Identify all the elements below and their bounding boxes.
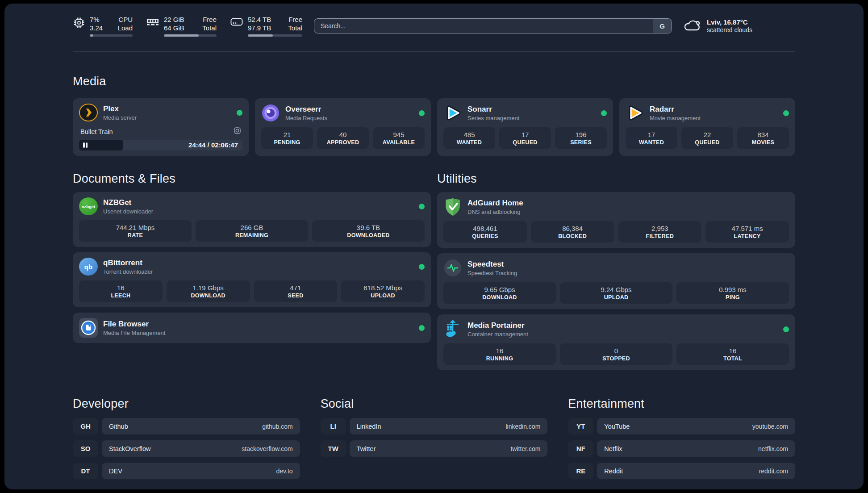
- bookmark-name: StackOverflow: [109, 445, 150, 452]
- bookmark-name: Netflix: [604, 445, 622, 452]
- section-title-documents: Documents & Files: [73, 172, 431, 186]
- stat-tile: 834 MOVIES: [737, 127, 789, 149]
- status-dot: [237, 110, 242, 116]
- service-card-portainer[interactable]: Media Portainer Container management 16 …: [437, 314, 795, 370]
- bookmark-netflix[interactable]: NF Netflix netflix.com: [568, 440, 795, 457]
- stat-value: 22: [704, 131, 711, 138]
- service-card-qbittorrent[interactable]: qb qBittorrent Torrent downloader 16 LEE…: [73, 252, 431, 307]
- stat-tile: 945 AVAILABLE: [373, 127, 425, 149]
- bookmark-github[interactable]: GH Github github.com: [73, 418, 300, 435]
- stat-value: 2,953: [651, 225, 668, 232]
- bookmark-dev[interactable]: DT DEV dev.to: [73, 463, 300, 479]
- disk-free-value: 52.4 TB: [248, 15, 271, 24]
- cpu-load-value: 3.24: [90, 24, 103, 32]
- stat-label: AVAILABLE: [383, 139, 415, 146]
- stat-label: PING: [726, 294, 740, 301]
- bookmark-abbr: NF: [568, 440, 593, 457]
- stat-tile: 47.571 ms LATENCY: [705, 221, 789, 242]
- stat-label: LEECH: [111, 292, 130, 299]
- stat-label: UPLOAD: [604, 294, 629, 301]
- stat-value: 9.65 Gbps: [484, 286, 515, 293]
- nzbget-logo-icon: nzbget: [79, 197, 98, 215]
- search-provider-button[interactable]: G: [653, 19, 672, 33]
- service-title: NZBGet: [103, 198, 153, 207]
- stat-label: BLOCKED: [558, 233, 587, 239]
- disk-total-label: Total: [288, 24, 302, 32]
- filebrowser-logo-icon: [79, 318, 98, 338]
- section-title-utilities: Utilities: [437, 172, 795, 186]
- stat-label: UPLOAD: [371, 292, 395, 299]
- cpu-icon: [73, 17, 85, 31]
- cpu-stat: 7% 3.24 CPU Load: [73, 15, 133, 37]
- stat-label: MOVIES: [752, 139, 774, 146]
- stat-tile: 22 QUEUED: [681, 127, 733, 149]
- header-divider: [73, 51, 795, 51]
- memory-free-label: Free: [202, 15, 217, 24]
- sonarr-logo-icon: [443, 104, 462, 122]
- stat-value: 266 GB: [241, 224, 263, 231]
- service-subtitle: Media File Management: [103, 330, 165, 336]
- stat-value: 9.24 Gbps: [601, 286, 631, 293]
- service-title: File Browser: [103, 320, 165, 329]
- service-card-overseerr[interactable]: Overseerr Media Requests 21 PENDING 40 A…: [255, 98, 431, 156]
- search-input[interactable]: [314, 19, 653, 33]
- status-dot: [419, 325, 425, 331]
- service-card-adguard[interactable]: AdGuard Home DNS and adblocking 498,461 …: [437, 192, 795, 248]
- weather-condition: scattered clouds: [707, 26, 752, 33]
- disk-icon: [230, 17, 243, 29]
- bookmark-stackoverflow[interactable]: SO StackOverflow stackoverflow.com: [73, 440, 300, 457]
- service-subtitle: Media server: [103, 114, 137, 121]
- service-card-radarr[interactable]: Radarr Movie management 17 WANTED 22 QUE…: [619, 98, 795, 156]
- portainer-logo-icon: [443, 320, 462, 338]
- bookmark-url: youtube.com: [752, 423, 788, 430]
- service-title: Plex: [103, 104, 137, 113]
- stat-value: 196: [575, 131, 586, 138]
- system-stats: 7% 3.24 CPU Load: [73, 15, 302, 37]
- service-card-plex[interactable]: Plex Media server Bullet Train 24:44 / 0…: [73, 98, 249, 156]
- playback-progress-bar: 24:44 / 02:06:47: [79, 140, 242, 150]
- top-bar: 7% 3.24 CPU Load: [73, 15, 795, 37]
- stat-value: 86,384: [562, 225, 583, 232]
- service-card-sonarr[interactable]: Sonarr Series management 485 WANTED 17 Q…: [437, 98, 613, 156]
- bookmark-url: netflix.com: [758, 445, 788, 452]
- service-card-nzbget[interactable]: nzbget NZBGet Usenet downloader 744.21 M…: [73, 192, 431, 247]
- memory-total-label: Total: [202, 24, 217, 32]
- bookmark-name: Twitter: [357, 445, 376, 452]
- stat-tile: 1.19 Gbps DOWNLOAD: [167, 280, 250, 302]
- bookmark-reddit[interactable]: RE Reddit reddit.com: [568, 463, 795, 479]
- bookmark-name: DEV: [109, 468, 122, 475]
- stat-label: APPROVED: [327, 139, 359, 146]
- adguard-logo-icon: [443, 197, 462, 216]
- stat-value: 39.6 TB: [357, 224, 380, 231]
- stat-value: 471: [290, 284, 301, 292]
- service-subtitle: Speedtest Tracking: [467, 270, 517, 276]
- status-dot: [419, 264, 425, 270]
- service-title: Radarr: [650, 105, 701, 114]
- bookmark-abbr: LI: [321, 418, 346, 435]
- stat-tile: 2,953 FILTERED: [618, 221, 702, 242]
- stat-label: TOTAL: [723, 355, 742, 362]
- stat-tile: 39.6 TB DOWNLOADED: [312, 220, 425, 242]
- section-title-social: Social: [321, 397, 548, 411]
- stat-value: 945: [393, 131, 404, 138]
- cpu-progress-bar: [90, 34, 133, 37]
- stat-tile: 17 WANTED: [626, 127, 677, 149]
- stat-tile: 0 STOPPED: [560, 343, 672, 365]
- stat-label: DOWNLOAD: [191, 292, 225, 299]
- section-title-entertainment: Entertainment: [568, 397, 795, 411]
- bookmark-twitter[interactable]: TW Twitter twitter.com: [321, 440, 548, 457]
- plex-logo-icon: [79, 104, 98, 121]
- stat-value: 16: [117, 284, 125, 292]
- service-card-speedtest[interactable]: Speedtest Speedtest Tracking 9.65 Gbps D…: [437, 253, 795, 309]
- stat-tile: 9.65 Gbps DOWNLOAD: [443, 282, 556, 304]
- overseerr-logo-icon: [261, 104, 280, 122]
- bookmark-url: github.com: [262, 423, 292, 430]
- stat-label: SERIES: [570, 139, 592, 146]
- stat-label: PENDING: [274, 139, 300, 146]
- disk-progress-bar: [248, 34, 302, 37]
- bookmark-youtube[interactable]: YT YouTube youtube.com: [568, 418, 795, 435]
- service-title: Sonarr: [467, 105, 519, 114]
- bookmark-url: dev.to: [276, 468, 293, 475]
- bookmark-linkedin[interactable]: LI LinkedIn linkedin.com: [321, 418, 548, 435]
- service-card-filebrowser[interactable]: File Browser Media File Management: [73, 313, 431, 343]
